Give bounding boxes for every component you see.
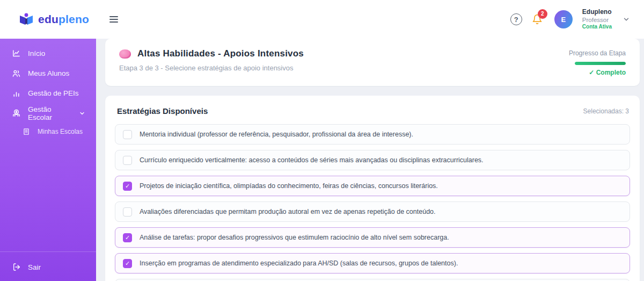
logo-text: edupleno [38,13,89,26]
sidebar-item-label: Minhas Escolas [38,128,83,135]
sidebar-item-label: Sair [28,263,41,271]
check-icon: ✓ [125,183,130,189]
notifications-bell-icon[interactable]: 2 [532,13,543,25]
user-info[interactable]: Edupleno Professor Conta Ativa [582,8,612,31]
strategy-checkbox[interactable]: ✓ [123,207,132,217]
chevron-down-icon [79,110,85,117]
sidebar-item-gestao-de-peis[interactable]: Gestão de PEIs [0,83,96,103]
sidebar-item-minhas-escolas[interactable]: Minhas Escolas [0,123,96,140]
strategy-row[interactable]: ✓ Currículo enriquecido verticalmente: a… [115,150,630,170]
strategies-card: Estratégias Disponíveis Selecionadas: 3 … [105,96,640,281]
bar-chart-icon [12,89,21,98]
line-chart-icon [12,49,21,58]
logo-book-icon [18,12,34,26]
user-avatar[interactable]: E [554,10,573,28]
sidebar-item-inicio[interactable]: Início [0,44,96,63]
progress-label: Progresso da Etapa [569,49,626,57]
strategy-label: Mentoria individual (professor de referê… [140,131,413,138]
users-icon [12,69,21,78]
sidebar-footer: Sair [0,251,96,281]
sidebar-item-label: Meus Alunos [28,69,69,77]
selected-count: Selecionadas: 3 [583,107,629,115]
strategy-label: Avaliações diferenciadas que permitam pr… [140,208,436,215]
sidebar-item-label: Gestão Escolar [28,105,72,121]
strategy-checkbox[interactable]: ✓ [123,130,132,139]
strategy-row[interactable]: ✓ Análise de tarefas: propor desafios pr… [115,227,630,248]
page-title: Altas Habilidades - Apoios Intensivos [137,48,304,59]
sidebar-item-label: Início [28,49,45,57]
user-menu-chevron-down-icon[interactable] [623,16,630,23]
sidebar-item-label: Gestão de PEIs [28,89,79,97]
progress-block: Progresso da Etapa ✓ Completo [569,48,626,76]
strategy-row-partial[interactable]: ✓ [115,279,630,281]
user-role: Professor [582,16,612,24]
strategy-checkbox[interactable]: ✓ [123,259,132,268]
step-subtitle: Etapa 3 de 3 - Selecione estratégias de … [119,64,304,72]
notification-badge: 2 [538,9,547,19]
user-name: Edupleno [582,8,612,16]
strategy-list: ✓ Mentoria individual (professor de refe… [115,124,630,281]
app-logo[interactable]: edupleno [18,12,89,26]
step-header-card: Altas Habilidades - Apoios Intensivos Et… [105,39,640,86]
progress-fill [575,62,626,65]
building-icon [21,128,31,135]
progress-status: ✓ Completo [589,69,626,76]
sidebar-item-meus-alunos[interactable]: Meus Alunos [0,63,96,83]
strategy-row[interactable]: ✓ Inserção em programas de atendimento e… [115,253,630,273]
strategies-title: Estratégias Disponíveis [117,106,208,116]
logout-icon [12,263,21,271]
sidebar-item-sair[interactable]: Sair [0,261,96,273]
brain-icon [119,49,131,59]
check-icon: ✓ [125,261,130,266]
strategy-checkbox[interactable]: ✓ [123,182,132,191]
check-icon: ✓ [125,235,130,241]
strategy-row[interactable]: ✓ Mentoria individual (professor de refe… [115,124,630,145]
main-content: Altas Habilidades - Apoios Intensivos Et… [96,39,644,281]
help-icon[interactable]: ? [510,13,522,25]
top-header: edupleno ? 2 E Edupleno Professor Conta … [0,0,644,39]
strategy-label: Inserção em programas de atendimento esp… [140,260,458,267]
school-icon [12,109,21,118]
progress-bar [575,62,626,65]
user-status-badge: Conta Ativa [582,24,612,31]
strategy-row[interactable]: ✓ Avaliações diferenciadas que permitam … [115,201,630,222]
strategy-row[interactable]: ✓ Projetos de iniciação científica, olim… [115,176,630,196]
menu-toggle-icon[interactable] [107,14,120,25]
strategy-label: Currículo enriquecido verticalmente: ace… [140,156,484,164]
strategy-label: Análise de tarefas: propor desafios prog… [140,234,449,241]
sidebar-item-gestao-escolar[interactable]: Gestão Escolar [0,103,96,123]
strategy-checkbox[interactable]: ✓ [123,156,132,165]
sidebar: Início Meus Alunos Gestão de PEIs Gestão… [0,39,96,281]
strategy-label: Projetos de iniciação científica, olimpí… [140,182,438,190]
strategy-checkbox[interactable]: ✓ [123,233,132,242]
